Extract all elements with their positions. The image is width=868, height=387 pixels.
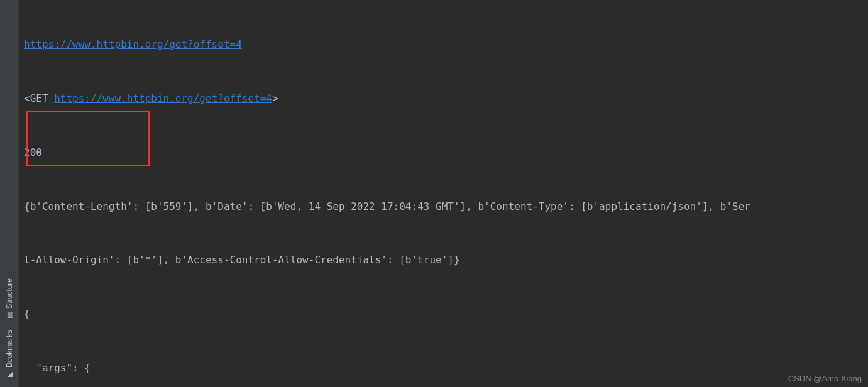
json-open: { xyxy=(24,305,863,324)
structure-icon: ▤ xyxy=(5,312,13,319)
bookmarks-icon: ◣ xyxy=(5,372,13,377)
structure-tab[interactable]: ▤ Structure xyxy=(5,273,14,325)
request-url[interactable]: https://www.httpbin.org/get?offset=4 xyxy=(54,92,272,104)
bookmarks-label: Bookmarks xyxy=(5,330,14,368)
watermark: CSDN @Amo Xiang xyxy=(788,374,862,383)
raw-headers-2: l-Allow-Origin': [b'*'], b'Access-Contro… xyxy=(24,251,863,270)
bookmarks-tab[interactable]: ◣ Bookmarks xyxy=(5,325,14,383)
req-suffix: > xyxy=(272,92,278,104)
console-output: https://www.httpbin.org/get?offset=4 <GE… xyxy=(19,0,868,387)
url-line-1[interactable]: https://www.httpbin.org/get?offset=4 xyxy=(24,38,242,50)
raw-headers-1: {b'Content-Length': [b'559'], b'Date': [… xyxy=(24,198,863,216)
args-open: "args": { xyxy=(24,359,863,378)
req-prefix: <GET xyxy=(24,92,54,104)
structure-label: Structure xyxy=(5,278,14,309)
sidebar: ▤ Structure ◣ Bookmarks xyxy=(0,0,19,387)
status-code: 200 xyxy=(24,144,863,162)
